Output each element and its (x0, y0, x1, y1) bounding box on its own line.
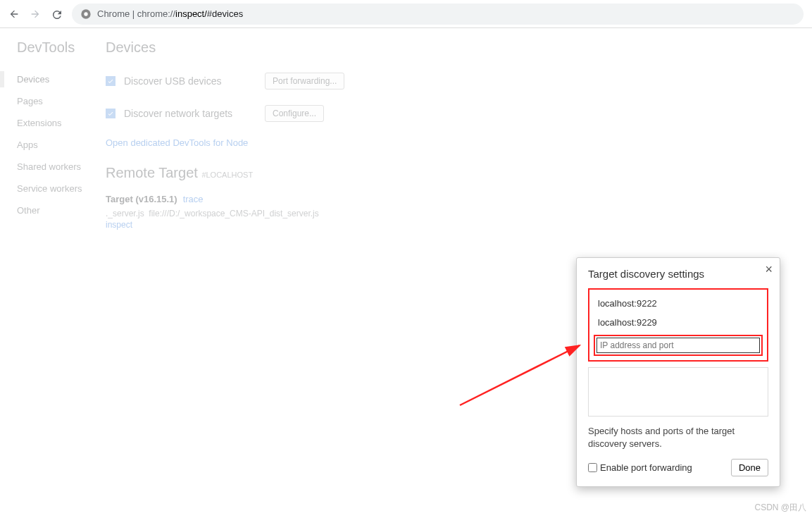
target-file-line: ._server.js file:///D:/_workspace_CMS-AP… (106, 209, 795, 218)
inspect-link[interactable]: inspect (106, 220, 795, 230)
main-content: Devices Discover USB devices Port forwar… (106, 39, 812, 230)
configure-button[interactable]: Configure... (265, 105, 324, 122)
sidebar-item-shared-workers[interactable]: Shared workers (17, 156, 106, 178)
sidebar-title: DevTools (17, 39, 106, 56)
sidebar: DevTools Devices Pages Extensions Apps S… (0, 39, 106, 230)
browser-toolbar: Chrome | chrome://inspect/#devices (0, 0, 812, 28)
trace-link[interactable]: trace (183, 194, 204, 204)
sidebar-item-apps[interactable]: Apps (17, 134, 106, 156)
discover-network-row: Discover network targets Configure... (106, 105, 795, 122)
discover-network-checkbox[interactable] (106, 109, 115, 118)
host-item[interactable]: localhost:9222 (594, 294, 763, 313)
remote-target-heading: Remote Target #LOCALHOST (106, 165, 795, 181)
host-list-highlight-box: localhost:9222 localhost:9229 (588, 288, 768, 362)
host-list-container (588, 367, 768, 417)
modal-close-button[interactable]: × (765, 262, 773, 277)
modal-footer: Enable port forwarding Done (588, 459, 768, 476)
url-bar[interactable]: Chrome | chrome://inspect/#devices (72, 4, 804, 25)
enable-port-forwarding-checkbox[interactable] (588, 463, 597, 472)
sidebar-item-pages[interactable]: Pages (17, 90, 106, 112)
url-text: Chrome | chrome://inspect/#devices (97, 8, 243, 19)
port-forwarding-button[interactable]: Port forwarding... (265, 73, 344, 90)
page-title: Devices (106, 39, 795, 56)
sidebar-item-devices[interactable]: Devices (17, 68, 106, 90)
discover-usb-checkbox[interactable] (106, 76, 115, 86)
sidebar-item-other[interactable]: Other (17, 199, 106, 221)
reload-button[interactable] (51, 8, 62, 20)
watermark: CSDN @田八 (754, 502, 806, 514)
enable-port-forwarding-label[interactable]: Enable port forwarding (588, 462, 692, 473)
discover-network-label: Discover network targets (124, 108, 265, 119)
sidebar-item-service-workers[interactable]: Service workers (17, 178, 106, 199)
chrome-icon (80, 8, 92, 20)
modal-description: Specify hosts and ports of the target di… (588, 425, 768, 450)
open-node-devtools-link[interactable]: Open dedicated DevTools for Node (106, 137, 795, 148)
discover-usb-row: Discover USB devices Port forwarding... (106, 73, 795, 90)
forward-button[interactable] (30, 8, 41, 20)
target-discovery-modal: × Target discovery settings localhost:92… (576, 257, 780, 487)
modal-title: Target discovery settings (588, 268, 768, 280)
discover-usb-label: Discover USB devices (124, 75, 265, 87)
host-item[interactable]: localhost:9229 (594, 313, 763, 332)
host-input-highlight-box (594, 335, 763, 356)
svg-line-2 (460, 345, 580, 405)
sidebar-item-extensions[interactable]: Extensions (17, 112, 106, 134)
svg-point-1 (84, 12, 87, 16)
back-button[interactable] (8, 8, 20, 20)
host-input[interactable] (596, 338, 760, 353)
done-button[interactable]: Done (731, 459, 768, 476)
target-version-line: Target (v16.15.1)trace (106, 194, 795, 204)
